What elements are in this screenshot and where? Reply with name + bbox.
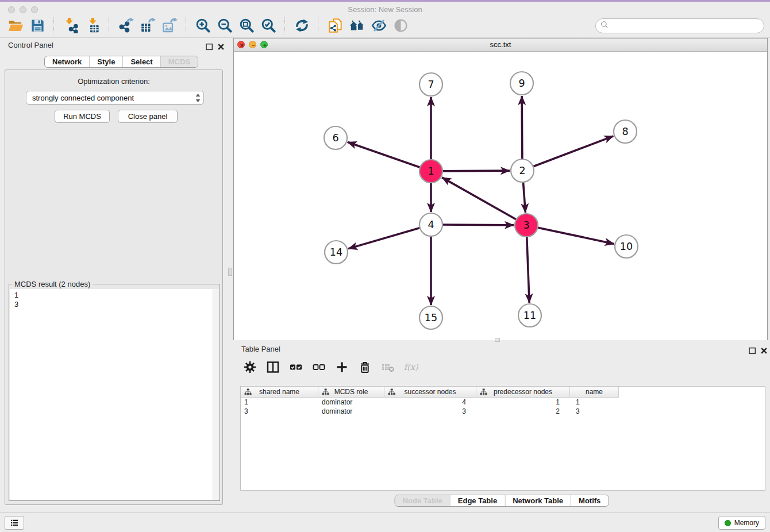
node-table: shared nameMCDS rolesuccessor nodesprede…	[240, 386, 765, 491]
create-column-button[interactable]	[334, 360, 349, 375]
zoom-selected-button[interactable]	[257, 16, 279, 36]
column-header-mcds-role[interactable]: MCDS role	[318, 387, 384, 398]
criterion-select[interactable]: strongly connected component	[26, 91, 204, 105]
show-all-icon	[393, 18, 409, 33]
search-input[interactable]	[610, 20, 764, 32]
vertical-splitter-grip[interactable]	[228, 268, 232, 276]
result-item[interactable]: 1	[10, 291, 219, 300]
float-table-panel-icon[interactable]	[749, 346, 756, 354]
network-title: scc.txt	[234, 40, 767, 49]
close-panel-icon[interactable]	[217, 43, 225, 50]
column-label: MCDS role	[334, 388, 368, 396]
float-panel-icon[interactable]	[206, 43, 213, 50]
column-header-shared-name[interactable]: shared name	[241, 387, 318, 398]
table-cell[interactable]: 3	[241, 407, 318, 416]
table-body: 1dominator4113dominator323	[241, 398, 765, 416]
table-cell[interactable]: 4	[384, 398, 476, 407]
node-15[interactable]: 15	[419, 306, 442, 329]
toolbar-separator	[284, 17, 286, 34]
tab-network-table[interactable]: Network Table	[505, 495, 571, 506]
tab-select[interactable]: Select	[122, 56, 160, 67]
node-1[interactable]: 1	[419, 160, 442, 183]
zoom-fit-button[interactable]	[236, 16, 257, 36]
node-9[interactable]: 9	[510, 72, 533, 95]
table-mode-gear-button[interactable]	[242, 360, 257, 375]
run-mcds-button[interactable]: Run MCDS	[55, 110, 110, 123]
memory-button[interactable]: Memory	[718, 516, 765, 530]
export-table-button[interactable]	[137, 16, 159, 36]
toolbar-separator	[109, 17, 110, 34]
edge-3-10[interactable]	[526, 225, 614, 244]
export-network-button[interactable]	[115, 16, 137, 36]
node-7[interactable]: 7	[419, 73, 442, 96]
column-header-successor-nodes[interactable]: successor nodes	[384, 387, 476, 398]
table-row[interactable]: 3dominator323	[241, 407, 765, 416]
select-stepper-icon	[195, 93, 201, 103]
export-network-icon	[118, 18, 134, 33]
edge-4-3[interactable]	[431, 225, 514, 225]
table-cell[interactable]: 1	[476, 398, 570, 407]
tab-motifs[interactable]: Motifs	[571, 495, 608, 506]
tab-network[interactable]: Network	[45, 56, 89, 67]
horizontal-splitter-grip[interactable]	[495, 338, 500, 342]
edge-4-14[interactable]	[348, 225, 431, 249]
node-6[interactable]: 6	[324, 126, 347, 149]
deselect-all-columns-button[interactable]	[311, 360, 326, 375]
edge-2-8[interactable]	[522, 136, 613, 171]
table-cell[interactable]: 3	[384, 407, 476, 416]
search-icon	[599, 20, 610, 32]
table-row[interactable]: 1dominator411	[241, 398, 765, 407]
import-table-button[interactable]	[82, 16, 103, 36]
table-panel: Table Panel f(x) shared nameMCDS rolesuc…	[233, 342, 770, 512]
column-header-name[interactable]: name	[570, 387, 619, 398]
zoom-out-icon	[217, 18, 233, 33]
table-cell[interactable]: 3	[570, 407, 619, 416]
import-network-button[interactable]	[60, 16, 82, 36]
export-image-button[interactable]	[159, 16, 180, 36]
node-4[interactable]: 4	[419, 213, 442, 236]
control-panel: Control Panel NetworkStyleSelectMCDS Opt…	[0, 39, 229, 508]
table-cell[interactable]: 2	[476, 407, 570, 416]
refresh-button[interactable]	[291, 16, 313, 36]
node-14[interactable]: 14	[325, 241, 348, 264]
edge-3-1[interactable]	[442, 178, 526, 225]
task-history-button[interactable]	[5, 516, 24, 530]
tab-node-table[interactable]: Node Table	[395, 495, 450, 506]
table-cell[interactable]: dominator	[318, 398, 384, 407]
tab-style[interactable]: Style	[89, 56, 122, 67]
node-10[interactable]: 10	[615, 235, 638, 258]
result-scrollbar[interactable]	[213, 289, 219, 500]
table-cell[interactable]: dominator	[318, 407, 384, 416]
save-session-icon	[30, 18, 45, 33]
tab-edge-table[interactable]: Edge Table	[450, 495, 505, 506]
result-item[interactable]: 3	[10, 300, 219, 309]
node-2[interactable]: 2	[511, 159, 534, 182]
hide-selected-button[interactable]	[368, 16, 390, 36]
node-8[interactable]: 8	[614, 120, 637, 143]
column-header-predecessor-nodes[interactable]: predecessor nodes	[476, 387, 570, 398]
close-table-panel-icon[interactable]	[760, 346, 768, 354]
hide-selected-icon	[371, 18, 387, 33]
network-canvas[interactable]: 7968124314101511	[234, 52, 767, 340]
node-11[interactable]: 11	[518, 304, 541, 327]
search-box[interactable]	[595, 18, 764, 33]
svg-text:2: 2	[519, 165, 525, 176]
delete-column-button[interactable]	[357, 360, 372, 375]
open-folder-button[interactable]	[5, 16, 26, 36]
node-3[interactable]: 3	[515, 214, 538, 237]
close-panel-button[interactable]: Close panel	[118, 110, 178, 123]
edge-1-6[interactable]	[348, 142, 431, 171]
first-neighbors-button[interactable]	[346, 16, 368, 36]
table-cell[interactable]: 1	[570, 398, 619, 407]
split-columns-button[interactable]	[265, 360, 280, 375]
table-cell[interactable]: 1	[241, 398, 318, 407]
show-all-button[interactable]	[390, 16, 411, 36]
optimization-criterion-label: Optimization criterion:	[5, 77, 222, 86]
zoom-out-button[interactable]	[214, 16, 236, 36]
duplicate-network-button[interactable]	[324, 16, 346, 36]
tab-mcds[interactable]: MCDS	[160, 56, 198, 67]
save-session-button[interactable]	[26, 16, 48, 36]
zoom-in-button[interactable]	[192, 16, 214, 36]
select-all-columns-button[interactable]	[288, 360, 303, 375]
svg-text:14: 14	[330, 246, 342, 258]
